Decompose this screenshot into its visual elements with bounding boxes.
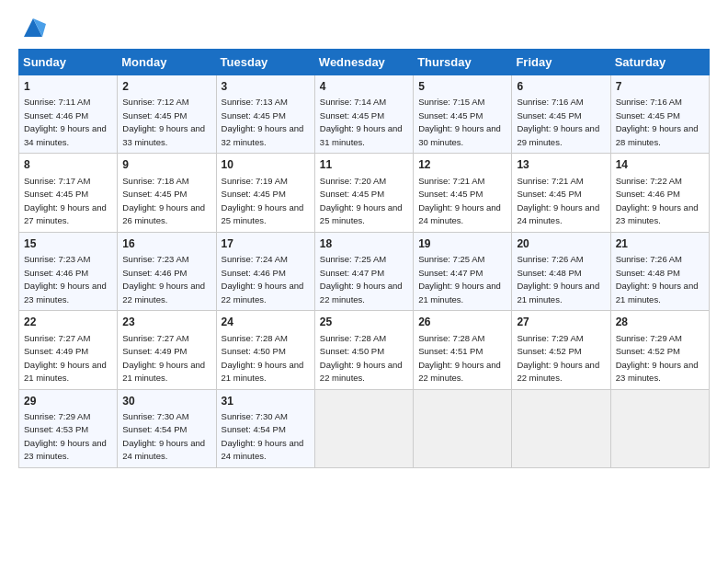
calendar-cell: 3Sunrise: 7:13 AMSunset: 4:45 PMDaylight… bbox=[216, 75, 314, 154]
day-detail: Sunrise: 7:29 AMSunset: 4:52 PMDaylight:… bbox=[616, 333, 699, 384]
day-number: 25 bbox=[320, 315, 408, 330]
day-detail: Sunrise: 7:23 AMSunset: 4:46 PMDaylight:… bbox=[122, 254, 205, 304]
calendar-cell: 19Sunrise: 7:25 AMSunset: 4:47 PMDayligh… bbox=[414, 232, 512, 310]
column-header-thursday: Thursday bbox=[414, 50, 512, 75]
calendar-cell: 20Sunrise: 7:26 AMSunset: 4:48 PMDayligh… bbox=[512, 232, 610, 310]
calendar-cell: 9Sunrise: 7:18 AMSunset: 4:45 PMDaylight… bbox=[118, 154, 216, 232]
calendar-cell: 17Sunrise: 7:24 AMSunset: 4:46 PMDayligh… bbox=[216, 232, 314, 310]
day-detail: Sunrise: 7:16 AMSunset: 4:45 PMDaylight:… bbox=[517, 97, 599, 147]
calendar-week-3: 15Sunrise: 7:23 AMSunset: 4:46 PMDayligh… bbox=[19, 232, 710, 310]
calendar-cell: 30Sunrise: 7:30 AMSunset: 4:54 PMDayligh… bbox=[118, 389, 216, 467]
calendar-cell: 27Sunrise: 7:29 AMSunset: 4:52 PMDayligh… bbox=[512, 311, 610, 389]
day-number: 10 bbox=[222, 157, 310, 173]
day-detail: Sunrise: 7:11 AMSunset: 4:46 PMDaylight:… bbox=[24, 97, 107, 147]
calendar-cell: 22Sunrise: 7:27 AMSunset: 4:49 PMDayligh… bbox=[19, 311, 118, 389]
day-detail: Sunrise: 7:30 AMSunset: 4:54 PMDaylight:… bbox=[122, 411, 205, 462]
day-detail: Sunrise: 7:18 AMSunset: 4:45 PMDaylight:… bbox=[122, 176, 205, 226]
day-detail: Sunrise: 7:27 AMSunset: 4:49 PMDaylight:… bbox=[122, 333, 205, 384]
calendar-table: SundayMondayTuesdayWednesdayThursdayFrid… bbox=[18, 49, 710, 468]
day-detail: Sunrise: 7:25 AMSunset: 4:47 PMDaylight:… bbox=[320, 254, 403, 304]
day-detail: Sunrise: 7:28 AMSunset: 4:50 PMDaylight:… bbox=[222, 333, 304, 384]
calendar-cell: 16Sunrise: 7:23 AMSunset: 4:46 PMDayligh… bbox=[118, 232, 216, 310]
day-number: 26 bbox=[418, 315, 506, 330]
calendar-cell: 18Sunrise: 7:25 AMSunset: 4:47 PMDayligh… bbox=[314, 232, 413, 310]
day-number: 31 bbox=[222, 394, 310, 409]
calendar-cell: 1Sunrise: 7:11 AMSunset: 4:46 PMDaylight… bbox=[19, 75, 118, 154]
day-detail: Sunrise: 7:29 AMSunset: 4:53 PMDaylight:… bbox=[24, 411, 107, 462]
day-number: 7 bbox=[616, 79, 704, 95]
day-detail: Sunrise: 7:13 AMSunset: 4:45 PMDaylight:… bbox=[222, 97, 304, 147]
day-number: 16 bbox=[122, 236, 210, 252]
day-detail: Sunrise: 7:21 AMSunset: 4:45 PMDaylight:… bbox=[517, 176, 599, 226]
day-detail: Sunrise: 7:26 AMSunset: 4:48 PMDaylight:… bbox=[616, 254, 699, 304]
day-detail: Sunrise: 7:21 AMSunset: 4:45 PMDaylight:… bbox=[418, 176, 501, 226]
day-detail: Sunrise: 7:30 AMSunset: 4:54 PMDaylight:… bbox=[222, 411, 304, 462]
day-number: 13 bbox=[517, 157, 605, 173]
day-number: 4 bbox=[320, 79, 408, 95]
calendar-cell: 24Sunrise: 7:28 AMSunset: 4:50 PMDayligh… bbox=[216, 311, 314, 389]
day-number: 2 bbox=[122, 79, 210, 95]
day-detail: Sunrise: 7:27 AMSunset: 4:49 PMDaylight:… bbox=[24, 333, 107, 384]
day-detail: Sunrise: 7:26 AMSunset: 4:48 PMDaylight:… bbox=[517, 254, 599, 304]
calendar-cell: 10Sunrise: 7:19 AMSunset: 4:45 PMDayligh… bbox=[216, 154, 314, 232]
column-header-monday: Monday bbox=[118, 50, 216, 75]
day-number: 18 bbox=[320, 236, 408, 252]
calendar-week-1: 1Sunrise: 7:11 AMSunset: 4:46 PMDaylight… bbox=[19, 75, 710, 154]
day-detail: Sunrise: 7:15 AMSunset: 4:45 PMDaylight:… bbox=[418, 97, 501, 147]
page: SundayMondayTuesdayWednesdayThursdayFrid… bbox=[0, 0, 728, 477]
calendar-week-2: 8Sunrise: 7:17 AMSunset: 4:45 PMDaylight… bbox=[19, 154, 710, 232]
calendar-cell bbox=[512, 389, 610, 467]
day-number: 24 bbox=[222, 315, 310, 330]
calendar-cell bbox=[414, 389, 512, 467]
day-detail: Sunrise: 7:14 AMSunset: 4:45 PMDaylight:… bbox=[320, 97, 403, 147]
calendar-cell: 29Sunrise: 7:29 AMSunset: 4:53 PMDayligh… bbox=[19, 389, 118, 467]
column-header-wednesday: Wednesday bbox=[314, 50, 413, 75]
logo bbox=[18, 15, 46, 45]
day-detail: Sunrise: 7:24 AMSunset: 4:46 PMDaylight:… bbox=[222, 254, 304, 304]
calendar-cell bbox=[610, 389, 709, 467]
day-detail: Sunrise: 7:23 AMSunset: 4:46 PMDaylight:… bbox=[24, 254, 107, 304]
calendar-cell: 8Sunrise: 7:17 AMSunset: 4:45 PMDaylight… bbox=[19, 154, 118, 232]
calendar-cell: 11Sunrise: 7:20 AMSunset: 4:45 PMDayligh… bbox=[314, 154, 413, 232]
day-detail: Sunrise: 7:25 AMSunset: 4:47 PMDaylight:… bbox=[418, 254, 501, 304]
calendar-cell: 28Sunrise: 7:29 AMSunset: 4:52 PMDayligh… bbox=[610, 311, 709, 389]
calendar-cell bbox=[314, 389, 413, 467]
column-header-saturday: Saturday bbox=[610, 50, 709, 75]
day-number: 3 bbox=[222, 79, 310, 95]
day-number: 23 bbox=[122, 315, 210, 330]
calendar-cell: 21Sunrise: 7:26 AMSunset: 4:48 PMDayligh… bbox=[610, 232, 709, 310]
day-number: 17 bbox=[222, 236, 310, 252]
day-number: 5 bbox=[418, 79, 506, 95]
day-number: 15 bbox=[24, 236, 112, 252]
day-detail: Sunrise: 7:16 AMSunset: 4:45 PMDaylight:… bbox=[616, 97, 699, 147]
logo-icon bbox=[20, 15, 46, 40]
calendar-cell: 23Sunrise: 7:27 AMSunset: 4:49 PMDayligh… bbox=[118, 311, 216, 389]
day-number: 22 bbox=[24, 315, 112, 330]
day-detail: Sunrise: 7:17 AMSunset: 4:45 PMDaylight:… bbox=[24, 176, 107, 226]
calendar-cell: 26Sunrise: 7:28 AMSunset: 4:51 PMDayligh… bbox=[414, 311, 512, 389]
header bbox=[18, 15, 710, 45]
day-number: 1 bbox=[24, 79, 112, 95]
column-header-tuesday: Tuesday bbox=[216, 50, 314, 75]
calendar-cell: 6Sunrise: 7:16 AMSunset: 4:45 PMDaylight… bbox=[512, 75, 610, 154]
day-number: 12 bbox=[418, 157, 506, 173]
calendar-cell: 13Sunrise: 7:21 AMSunset: 4:45 PMDayligh… bbox=[512, 154, 610, 232]
day-number: 9 bbox=[122, 157, 210, 173]
day-number: 27 bbox=[517, 315, 605, 330]
column-header-friday: Friday bbox=[512, 50, 610, 75]
day-detail: Sunrise: 7:19 AMSunset: 4:45 PMDaylight:… bbox=[222, 176, 304, 226]
calendar-week-5: 29Sunrise: 7:29 AMSunset: 4:53 PMDayligh… bbox=[19, 389, 710, 467]
day-detail: Sunrise: 7:22 AMSunset: 4:46 PMDaylight:… bbox=[616, 176, 699, 226]
calendar-cell: 15Sunrise: 7:23 AMSunset: 4:46 PMDayligh… bbox=[19, 232, 118, 310]
day-number: 8 bbox=[24, 157, 112, 173]
day-number: 29 bbox=[24, 394, 112, 409]
day-detail: Sunrise: 7:20 AMSunset: 4:45 PMDaylight:… bbox=[320, 176, 403, 226]
day-number: 30 bbox=[122, 394, 210, 409]
day-number: 19 bbox=[418, 236, 506, 252]
day-detail: Sunrise: 7:12 AMSunset: 4:45 PMDaylight:… bbox=[122, 97, 205, 147]
calendar-cell: 12Sunrise: 7:21 AMSunset: 4:45 PMDayligh… bbox=[414, 154, 512, 232]
calendar-week-4: 22Sunrise: 7:27 AMSunset: 4:49 PMDayligh… bbox=[19, 311, 710, 389]
calendar-cell: 14Sunrise: 7:22 AMSunset: 4:46 PMDayligh… bbox=[610, 154, 709, 232]
calendar-cell: 5Sunrise: 7:15 AMSunset: 4:45 PMDaylight… bbox=[414, 75, 512, 154]
day-number: 6 bbox=[517, 79, 605, 95]
